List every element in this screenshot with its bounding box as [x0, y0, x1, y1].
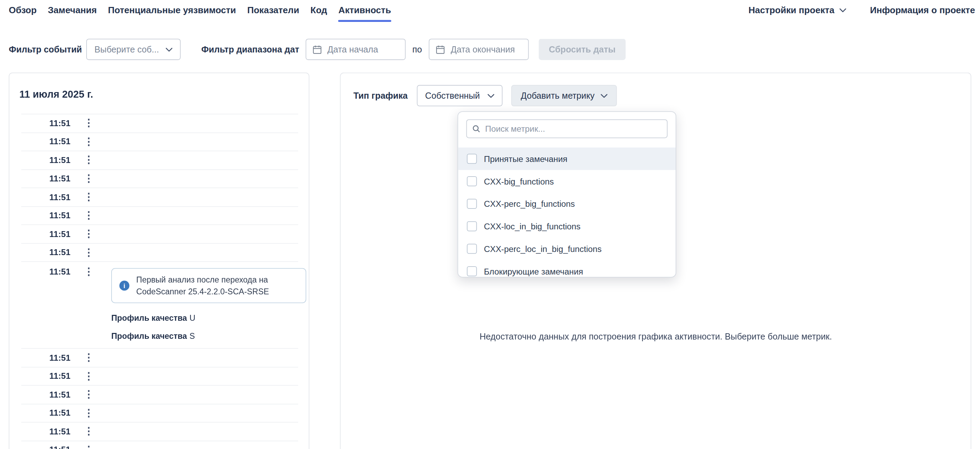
- metric-search-box: [466, 119, 668, 138]
- tab-activity[interactable]: Активность: [339, 0, 391, 22]
- events-panel: 11 июля 2025 г. 11:51⋮ 11:51⋮ 11:51⋮ 11:…: [9, 73, 310, 449]
- event-row[interactable]: 11:51⋮: [21, 114, 298, 132]
- add-metric-button[interactable]: Добавить метрику: [512, 85, 617, 106]
- event-row[interactable]: 11:51⋮: [21, 403, 298, 422]
- metric-option[interactable]: Блокирующие замечания: [458, 260, 676, 277]
- date-range-separator: по: [412, 45, 422, 54]
- nav-right: Настройки проекта Информация о проекте: [749, 0, 975, 15]
- graph-type-select[interactable]: Собственный: [417, 85, 503, 106]
- metric-option-label: CXX-loc_in_big_functions: [484, 222, 581, 231]
- events-filter-label: Фильтр событий: [9, 45, 82, 54]
- metric-option-label: CXX-perc_loc_in_big_functions: [484, 244, 601, 253]
- metric-search-input[interactable]: [485, 124, 662, 134]
- events-filter-value: Выберите соб...: [94, 45, 159, 54]
- event-time: 11:51: [49, 427, 70, 436]
- event-time: 11:51: [49, 118, 70, 128]
- chevron-down-icon: [488, 94, 495, 98]
- metric-checkbox[interactable]: [467, 154, 477, 164]
- event-time: 11:51: [49, 211, 70, 220]
- event-row[interactable]: 11:51⋮: [21, 188, 298, 206]
- empty-graph-message: Недостаточно данных для построения графи…: [341, 331, 970, 341]
- metric-option[interactable]: CXX-big_functions: [458, 170, 676, 193]
- event-menu-icon[interactable]: ⋮: [84, 118, 94, 128]
- chevron-down-icon: [839, 8, 846, 12]
- date-end-input[interactable]: Дата окончания: [429, 39, 529, 60]
- add-metric-label: Добавить метрику: [521, 91, 595, 101]
- event-time: 11:51: [49, 445, 70, 449]
- date-start-placeholder: Дата начала: [327, 45, 378, 54]
- add-metric-wrap: Добавить метрику Принятые замечания: [512, 85, 617, 106]
- metric-checkbox[interactable]: [467, 244, 477, 254]
- metric-option[interactable]: CXX-loc_in_big_functions: [458, 215, 676, 238]
- event-row[interactable]: 11:51⋮: [21, 385, 298, 403]
- event-menu-icon[interactable]: ⋮: [84, 408, 94, 418]
- event-list: 11:51⋮ 11:51⋮ 11:51⋮ 11:51⋮ 11:51⋮ 11:51…: [10, 114, 309, 449]
- event-row[interactable]: 11:51⋮: [21, 440, 298, 449]
- graph-panel: Тип графика Собственный Добавить метрику: [340, 73, 971, 449]
- event-time: 11:51: [49, 248, 70, 257]
- event-row[interactable]: 11:51⋮: [21, 206, 298, 224]
- metric-list: Принятые замечания CXX-big_functions CXX…: [458, 147, 676, 277]
- event-note-text: Первый анализ после перехода на CodeScan…: [136, 274, 269, 298]
- event-menu-icon[interactable]: ⋮: [84, 210, 94, 221]
- calendar-icon: [312, 45, 322, 54]
- event-menu-icon[interactable]: ⋮: [84, 445, 94, 449]
- event-menu-icon[interactable]: ⋮: [84, 390, 94, 400]
- event-row[interactable]: 11:51⋮: [21, 132, 298, 150]
- calendar-icon: [436, 45, 445, 54]
- chevron-down-icon: [166, 47, 173, 52]
- tab-overview[interactable]: Обзор: [9, 0, 37, 22]
- metric-checkbox[interactable]: [467, 266, 477, 276]
- tab-code[interactable]: Код: [310, 0, 327, 22]
- graph-controls: Тип графика Собственный Добавить метрику: [341, 73, 970, 106]
- event-menu-icon[interactable]: ⋮: [84, 427, 94, 436]
- date-start-input[interactable]: Дата начала: [305, 39, 406, 60]
- top-nav: Обзор Замечания Потенциальные уязвимости…: [0, 0, 980, 22]
- reset-dates-button[interactable]: Сбросить даты: [539, 39, 626, 60]
- event-note: i Первый анализ после перехода на CodeSc…: [111, 268, 306, 303]
- event-row[interactable]: 11:51⋮: [21, 169, 298, 187]
- info-icon: i: [119, 281, 130, 291]
- event-time: 11:51: [49, 229, 70, 239]
- event-time: 11:51: [49, 174, 70, 183]
- event-time: 11:51: [49, 371, 70, 381]
- event-time: 11:51: [49, 267, 70, 276]
- event-row[interactable]: 11:51⋮: [21, 367, 298, 385]
- project-info-label: Информация о проекте: [870, 5, 975, 15]
- tab-vulnerabilities[interactable]: Потенциальные уязвимости: [108, 0, 236, 22]
- project-settings-label: Настройки проекта: [749, 5, 834, 15]
- event-menu-icon[interactable]: ⋮: [84, 192, 94, 202]
- metric-option[interactable]: Принятые замечания: [458, 147, 676, 170]
- event-menu-icon[interactable]: ⋮: [84, 247, 94, 258]
- event-menu-icon[interactable]: ⋮: [84, 137, 94, 146]
- metric-option[interactable]: CXX-perc_loc_in_big_functions: [458, 237, 676, 260]
- metric-checkbox[interactable]: [467, 176, 477, 186]
- event-menu-icon[interactable]: ⋮: [84, 353, 94, 363]
- event-row[interactable]: 11:51⋮: [21, 422, 298, 440]
- date-end-placeholder: Дата окончания: [451, 45, 515, 54]
- tab-issues[interactable]: Замечания: [48, 0, 97, 22]
- metric-option-label: CXX-perc_big_functions: [484, 199, 575, 209]
- event-row[interactable]: 11:51⋮: [21, 243, 298, 261]
- event-row[interactable]: 11:51⋮: [21, 150, 298, 169]
- event-date-header: 11 июля 2025 г.: [19, 89, 299, 100]
- event-menu-icon[interactable]: ⋮: [84, 229, 94, 239]
- event-menu-icon[interactable]: ⋮: [84, 155, 94, 165]
- event-menu-icon[interactable]: ⋮: [84, 371, 94, 381]
- tab-measures[interactable]: Показатели: [247, 0, 299, 22]
- event-menu-icon[interactable]: ⋮: [84, 174, 94, 184]
- project-info-link[interactable]: Информация о проекте: [870, 5, 975, 15]
- events-filter-select[interactable]: Выберите соб...: [86, 39, 181, 60]
- event-row-expanded[interactable]: 11:51 ⋮ i Первый анализ после перехода н…: [21, 261, 298, 348]
- event-time: 11:51: [49, 390, 70, 399]
- event-row[interactable]: 11:51⋮: [21, 348, 298, 367]
- event-menu-icon[interactable]: ⋮: [84, 267, 94, 277]
- search-icon: [472, 124, 480, 133]
- metric-checkbox[interactable]: [467, 199, 477, 209]
- project-settings-menu[interactable]: Настройки проекта: [749, 5, 846, 15]
- event-row[interactable]: 11:51⋮: [21, 224, 298, 243]
- metric-checkbox[interactable]: [467, 221, 477, 231]
- graph-type-label: Тип графика: [353, 91, 408, 101]
- event-details: i Первый анализ после перехода на CodeSc…: [111, 262, 306, 348]
- metric-option[interactable]: CXX-perc_big_functions: [458, 193, 676, 215]
